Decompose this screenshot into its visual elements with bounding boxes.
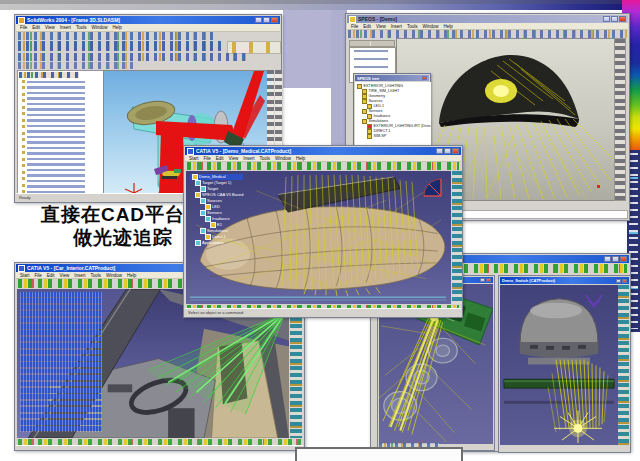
feature-panel-tabs[interactable] bbox=[19, 72, 79, 78]
menu-edit[interactable]: Edit bbox=[47, 273, 55, 278]
close-icon[interactable] bbox=[619, 16, 626, 22]
speos-titlebar[interactable]: SPEOS - [Demo] bbox=[347, 15, 628, 23]
solidworks-toolbar-standard[interactable] bbox=[18, 32, 218, 40]
menu-view[interactable]: View bbox=[376, 24, 386, 29]
catia-app-icon bbox=[187, 148, 194, 155]
solidworks-window-title: SolidWorks 2004 - [Frame 3D.SLDASM] bbox=[27, 17, 120, 23]
catia-main-window-title: CATIA V5 - [Demo_Medical.CATProduct] bbox=[196, 148, 291, 154]
origin-triad bbox=[125, 183, 142, 193]
menu-window[interactable]: Window bbox=[423, 24, 439, 29]
catia-main-spec-tree[interactable]: Demo_Medical Target (Target 1) Target SP… bbox=[190, 174, 243, 246]
speos-left-tabs[interactable] bbox=[349, 40, 395, 47]
menu-view[interactable]: View bbox=[229, 156, 239, 161]
switch-dome-scene bbox=[500, 285, 618, 445]
menu-help[interactable]: Help bbox=[113, 25, 122, 30]
switch-child-window: Demo_Switch (CATProduct) bbox=[498, 275, 631, 453]
tree-node-icon bbox=[205, 216, 211, 222]
menu-insert[interactable]: Insert bbox=[60, 25, 71, 30]
minimize-icon[interactable] bbox=[604, 256, 611, 262]
maximize-icon[interactable] bbox=[611, 16, 618, 22]
tree-node-icon bbox=[195, 240, 201, 246]
tree-item[interactable]: Applications bbox=[195, 240, 243, 246]
menu-help[interactable]: Help bbox=[444, 24, 453, 29]
menu-insert[interactable]: Insert bbox=[74, 273, 85, 278]
mount-plate bbox=[528, 358, 590, 365]
menu-window[interactable]: Window bbox=[92, 25, 108, 30]
tree-node-icon bbox=[192, 174, 198, 180]
menu-tools[interactable]: Tools bbox=[91, 273, 102, 278]
close-icon[interactable] bbox=[622, 279, 627, 283]
minimize-icon[interactable] bbox=[255, 17, 262, 23]
solidworks-app-icon bbox=[18, 17, 25, 24]
speos-toolbar[interactable] bbox=[348, 30, 628, 38]
menu-help[interactable]: Help bbox=[296, 156, 305, 161]
maximize-icon[interactable] bbox=[444, 148, 451, 154]
compass-icon bbox=[586, 295, 602, 307]
menu-start[interactable]: Start bbox=[20, 273, 30, 278]
menu-window[interactable]: Window bbox=[106, 273, 122, 278]
tree-item[interactable]: SIM.SP bbox=[367, 134, 429, 139]
solidworks-toolbar-features[interactable] bbox=[18, 53, 248, 61]
catia-main-viewport[interactable]: Demo_Medical Target (Target 1) Target SP… bbox=[186, 171, 451, 304]
palette-titlebar[interactable]: SPEOS tree bbox=[355, 75, 429, 81]
solidworks-titlebar[interactable]: SolidWorks 2004 - [Frame 3D.SLDASM] bbox=[16, 16, 280, 24]
switch-titlebar[interactable]: Demo_Switch (CATProduct) bbox=[500, 277, 629, 284]
menu-start[interactable]: Start bbox=[189, 156, 199, 161]
speos-window-title: SPEOS - [Demo] bbox=[358, 16, 397, 22]
menu-tools[interactable]: Tools bbox=[76, 25, 87, 30]
menu-file[interactable]: File bbox=[35, 273, 42, 278]
catia-main-statusbar: Select an object or a command bbox=[185, 308, 461, 316]
menu-edit[interactable]: Edit bbox=[32, 25, 40, 30]
menu-view[interactable]: View bbox=[60, 273, 70, 278]
speos-right-scrollbar[interactable] bbox=[614, 38, 626, 201]
menu-view[interactable]: View bbox=[45, 25, 55, 30]
solidworks-feature-tree[interactable] bbox=[20, 80, 98, 194]
catia-main-right-toolbar[interactable] bbox=[452, 171, 462, 304]
tree-node-icon bbox=[200, 228, 206, 234]
close-icon[interactable] bbox=[271, 17, 278, 23]
maximize-icon[interactable] bbox=[616, 279, 621, 283]
minimize-icon[interactable] bbox=[603, 16, 610, 22]
solidworks-toolbar-sketch[interactable] bbox=[18, 62, 138, 69]
switch-right-toolbar[interactable] bbox=[618, 285, 629, 445]
menu-tools[interactable]: Tools bbox=[260, 156, 271, 161]
catia-main-toolbar[interactable] bbox=[187, 162, 459, 170]
maximize-icon[interactable] bbox=[612, 256, 619, 262]
solidworks-feature-panel bbox=[17, 70, 104, 199]
tree-node-icon bbox=[367, 134, 372, 139]
presentation-slide: SPEOS - [Demo] File Edit View Insert Too… bbox=[0, 0, 640, 461]
menu-insert[interactable]: Insert bbox=[391, 24, 402, 29]
solidworks-toolbar-view[interactable] bbox=[18, 41, 223, 51]
tree-node-icon bbox=[210, 222, 216, 228]
placeholder-box bbox=[295, 447, 463, 461]
menu-file[interactable]: File bbox=[204, 156, 211, 161]
catia-main-titlebar[interactable]: CATIA V5 - [Demo_Medical.CATProduct] bbox=[185, 147, 461, 155]
tree-node-icon bbox=[200, 186, 206, 192]
menu-help[interactable]: Help bbox=[127, 273, 136, 278]
maximize-icon[interactable] bbox=[263, 17, 270, 23]
menu-window[interactable]: Window bbox=[275, 156, 291, 161]
close-icon[interactable] bbox=[620, 256, 627, 262]
minimize-icon[interactable] bbox=[436, 148, 443, 154]
tree-node-icon bbox=[200, 210, 206, 216]
close-icon[interactable] bbox=[452, 148, 459, 154]
menu-file[interactable]: File bbox=[20, 25, 27, 30]
interior-spec-tree[interactable] bbox=[20, 292, 102, 432]
tree-node-icon bbox=[205, 204, 211, 210]
speos-menubar: File Edit View Insert Tools Window Help bbox=[347, 23, 628, 30]
interior-window-title: CATIA V5 - [Car_Interior.CATProduct] bbox=[27, 265, 115, 271]
switch-viewport[interactable] bbox=[500, 285, 618, 445]
menu-insert[interactable]: Insert bbox=[243, 156, 254, 161]
menu-edit[interactable]: Edit bbox=[216, 156, 224, 161]
menu-edit[interactable]: Edit bbox=[363, 24, 371, 29]
palette-close-icon[interactable] bbox=[422, 76, 427, 80]
marker-red bbox=[597, 185, 600, 188]
maximize-icon[interactable] bbox=[480, 278, 485, 282]
menu-file[interactable]: File bbox=[351, 24, 358, 29]
menu-tools[interactable]: Tools bbox=[407, 24, 418, 29]
solidworks-window-controls bbox=[255, 17, 278, 23]
tree-node-icon bbox=[200, 198, 206, 204]
close-icon[interactable] bbox=[486, 278, 491, 282]
compass-icon bbox=[421, 175, 447, 199]
tree-node-icon bbox=[195, 192, 201, 198]
